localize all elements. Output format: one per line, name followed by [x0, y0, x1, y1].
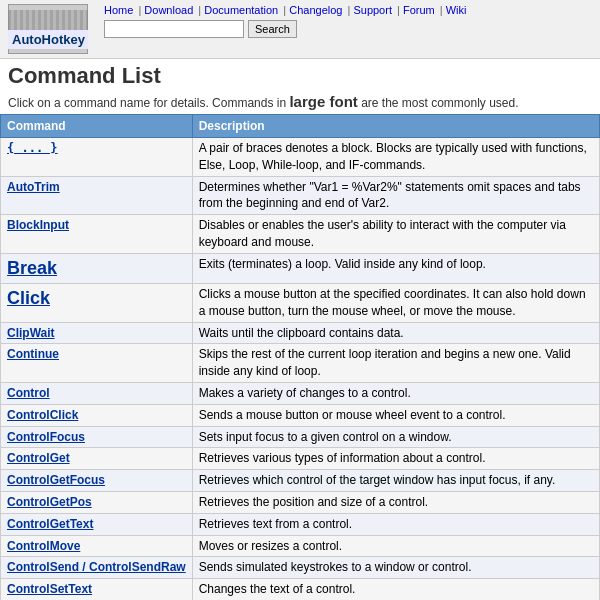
desc-cell: Retrieves various types of information a… — [192, 448, 599, 470]
col-description: Description — [192, 115, 599, 138]
search-bar: Search — [104, 20, 592, 38]
cmd-cell: { ... } — [1, 138, 193, 177]
desc-cell: Retrieves text from a control. — [192, 513, 599, 535]
cmd-link[interactable]: ControlMove — [7, 539, 80, 553]
subtitle-suffix: are the most commonly used. — [358, 96, 519, 110]
cmd-cell: ControlFocus — [1, 426, 193, 448]
table-row: { ... }A pair of braces denotes a block.… — [1, 138, 600, 177]
cmd-cell: ControlMove — [1, 535, 193, 557]
desc-cell: Clicks a mouse button at the specified c… — [192, 283, 599, 322]
logo: AutoHotkey — [8, 4, 88, 54]
cmd-link[interactable]: ControlGet — [7, 451, 70, 465]
cmd-link[interactable]: Control — [7, 386, 50, 400]
cmd-cell: Break — [1, 253, 193, 283]
nav-download[interactable]: Download — [144, 4, 193, 16]
table-row: ContinueSkips the rest of the current lo… — [1, 344, 600, 383]
nav-documentation[interactable]: Documentation — [204, 4, 278, 16]
nav-forum[interactable]: Forum — [403, 4, 435, 16]
search-input[interactable] — [104, 20, 244, 38]
cmd-link[interactable]: ControlSend / ControlSendRaw — [7, 560, 186, 574]
cmd-link[interactable]: ControlGetPos — [7, 495, 92, 509]
cmd-cell: ControlGet — [1, 448, 193, 470]
table-header: Command Description — [1, 115, 600, 138]
desc-cell: Retrieves which control of the target wi… — [192, 470, 599, 492]
cmd-link[interactable]: ControlSetText — [7, 582, 92, 596]
nav-links: Home | Download | Documentation | Change… — [104, 4, 592, 16]
table-row: ControlClickSends a mouse button or mous… — [1, 404, 600, 426]
subtitle-bold: large font — [289, 93, 357, 110]
header: AutoHotkey Home | Download | Documentati… — [0, 0, 600, 59]
keyboard-graphic — [8, 10, 88, 30]
cmd-cell: Click — [1, 283, 193, 322]
command-table: Command Description { ... }A pair of bra… — [0, 114, 600, 600]
cmd-cell: ControlGetFocus — [1, 470, 193, 492]
subtitle: Click on a command name for details. Com… — [0, 91, 600, 114]
table-row: ControlSend / ControlSendRawSends simula… — [1, 557, 600, 579]
cmd-cell: Continue — [1, 344, 193, 383]
desc-cell: Waits until the clipboard contains data. — [192, 322, 599, 344]
desc-cell: Skips the rest of the current loop itera… — [192, 344, 599, 383]
table-row: ControlGetRetrieves various types of inf… — [1, 448, 600, 470]
desc-cell: Makes a variety of changes to a control. — [192, 382, 599, 404]
cmd-cell: BlockInput — [1, 215, 193, 254]
nav-home[interactable]: Home — [104, 4, 133, 16]
nav-support[interactable]: Support — [353, 4, 392, 16]
table-row: BlockInputDisables or enables the user's… — [1, 215, 600, 254]
desc-cell: Disables or enables the user's ability t… — [192, 215, 599, 254]
cmd-cell: ClipWait — [1, 322, 193, 344]
desc-cell: Changes the text of a control. — [192, 579, 599, 600]
cmd-link[interactable]: Click — [7, 288, 50, 308]
cmd-link[interactable]: { ... } — [7, 141, 58, 155]
logo-text: AutoHotkey — [8, 30, 88, 49]
table-row: ControlSetTextChanges the text of a cont… — [1, 579, 600, 600]
table-row: ClickClicks a mouse button at the specif… — [1, 283, 600, 322]
cmd-cell: ControlClick — [1, 404, 193, 426]
table-row: ClipWaitWaits until the clipboard contai… — [1, 322, 600, 344]
page-title: Command List — [0, 59, 600, 91]
table-row: BreakExits (terminates) a loop. Valid in… — [1, 253, 600, 283]
search-button[interactable]: Search — [248, 20, 297, 38]
cmd-link[interactable]: ControlGetText — [7, 517, 93, 531]
desc-cell: Determines whether "Var1 = %Var2%" state… — [192, 176, 599, 215]
desc-cell: Sends a mouse button or mouse wheel even… — [192, 404, 599, 426]
nav-search: Home | Download | Documentation | Change… — [104, 4, 592, 42]
cmd-cell: ControlSetText — [1, 579, 193, 600]
desc-cell: Sets input focus to a given control on a… — [192, 426, 599, 448]
desc-cell: Sends simulated keystrokes to a window o… — [192, 557, 599, 579]
table-row: ControlMakes a variety of changes to a c… — [1, 382, 600, 404]
desc-cell: Moves or resizes a control. — [192, 535, 599, 557]
desc-cell: Retrieves the position and size of a con… — [192, 491, 599, 513]
col-command: Command — [1, 115, 193, 138]
cmd-link[interactable]: ClipWait — [7, 326, 55, 340]
nav-wiki[interactable]: Wiki — [446, 4, 467, 16]
logo-area: AutoHotkey — [8, 4, 88, 54]
cmd-cell: Control — [1, 382, 193, 404]
table-row: ControlFocusSets input focus to a given … — [1, 426, 600, 448]
table-row: ControlMoveMoves or resizes a control. — [1, 535, 600, 557]
cmd-link[interactable]: Break — [7, 258, 57, 278]
table-row: AutoTrimDetermines whether "Var1 = %Var2… — [1, 176, 600, 215]
table-body: { ... }A pair of braces denotes a block.… — [1, 138, 600, 601]
table-row: ControlGetPosRetrieves the position and … — [1, 491, 600, 513]
desc-cell: Exits (terminates) a loop. Valid inside … — [192, 253, 599, 283]
table-row: ControlGetFocusRetrieves which control o… — [1, 470, 600, 492]
cmd-link[interactable]: ControlClick — [7, 408, 78, 422]
cmd-cell: ControlGetText — [1, 513, 193, 535]
cmd-link[interactable]: BlockInput — [7, 218, 69, 232]
nav-changelog[interactable]: Changelog — [289, 4, 342, 16]
cmd-link[interactable]: AutoTrim — [7, 180, 60, 194]
subtitle-prefix: Click on a command name for details. Com… — [8, 96, 289, 110]
table-row: ControlGetTextRetrieves text from a cont… — [1, 513, 600, 535]
cmd-cell: AutoTrim — [1, 176, 193, 215]
desc-cell: A pair of braces denotes a block. Blocks… — [192, 138, 599, 177]
cmd-link[interactable]: Continue — [7, 347, 59, 361]
cmd-cell: ControlSend / ControlSendRaw — [1, 557, 193, 579]
cmd-link[interactable]: ControlGetFocus — [7, 473, 105, 487]
cmd-link[interactable]: ControlFocus — [7, 430, 85, 444]
cmd-cell: ControlGetPos — [1, 491, 193, 513]
